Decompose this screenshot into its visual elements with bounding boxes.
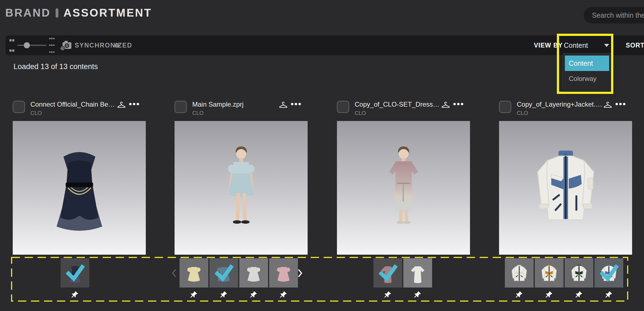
card-header: Main Sample.zprj CLO ••• xyxy=(175,100,308,121)
colorway-thumb-cream[interactable] xyxy=(180,258,208,288)
search-box[interactable] xyxy=(584,7,644,23)
colorway-item xyxy=(565,258,593,299)
pin-icon[interactable] xyxy=(605,291,612,299)
chevron-down-icon xyxy=(604,44,609,47)
snapshot-sync-icon[interactable] xyxy=(60,35,72,55)
colorway-prev-icon[interactable] xyxy=(170,268,178,278)
colorway-item xyxy=(269,258,298,299)
content-card: Connect Official_Chain Belt D... CLO ••• xyxy=(13,100,146,255)
colorway-item xyxy=(594,258,623,299)
colorway-item xyxy=(239,258,268,299)
content-card: Main Sample.zprj CLO ••• xyxy=(175,100,308,255)
page: BRAND ASSORTMENT SYNCHRONIZED xyxy=(0,0,644,311)
colorway-thumb-blue[interactable] xyxy=(594,258,623,288)
more-menu-icon[interactable]: ••• xyxy=(129,99,140,109)
colorway-thumb-white[interactable] xyxy=(403,258,432,288)
grid-size-large-icon[interactable] xyxy=(49,35,54,55)
more-menu-icon[interactable]: ••• xyxy=(615,99,627,109)
selected-check-icon xyxy=(63,261,87,284)
thumbnail-size-slider[interactable] xyxy=(17,35,46,55)
camera-sync-icon xyxy=(60,40,72,51)
content-title: Connect Official_Chain Belt D... xyxy=(30,101,116,108)
colorway-thumb-white[interactable] xyxy=(505,258,534,288)
pin-icon[interactable] xyxy=(220,291,227,299)
colorway-thumb-ochre[interactable] xyxy=(535,258,564,288)
pin-icon[interactable] xyxy=(280,291,287,299)
content-title: Copy_of_CLO-SET_Dress.zprj xyxy=(355,101,440,108)
select-checkbox[interactable] xyxy=(13,101,25,113)
content-card: Copy_of_CLO-SET_Dress.zprj CLO ••• xyxy=(337,100,470,255)
view-by-dropdown[interactable]: Content xyxy=(561,35,614,55)
hanger-icon[interactable] xyxy=(603,102,612,109)
select-checkbox[interactable] xyxy=(337,101,349,113)
content-image[interactable] xyxy=(175,121,308,255)
hanger-icon[interactable] xyxy=(117,102,126,109)
synchronized-label: SYNCHRONIZED xyxy=(75,35,132,55)
loaded-status: Loaded 13 of 13 contents xyxy=(14,62,98,71)
pin-icon[interactable] xyxy=(250,291,257,299)
view-by-label: VIEW BY xyxy=(534,35,563,55)
colorway-item xyxy=(535,258,564,299)
page-title: ASSORTMENT xyxy=(63,7,152,19)
hanger-icon[interactable] xyxy=(441,102,450,109)
selected-check-icon xyxy=(212,261,235,284)
pin-icon[interactable] xyxy=(414,291,421,299)
colorway-next-icon[interactable] xyxy=(297,268,304,278)
info-glyph: ! xyxy=(115,43,119,48)
select-checkbox[interactable] xyxy=(175,101,187,113)
garment-art-short-dress xyxy=(196,141,287,234)
pin-icon[interactable] xyxy=(190,291,198,299)
colorway-item xyxy=(180,258,208,299)
pin-icon[interactable] xyxy=(71,291,79,299)
content-source: CLO xyxy=(192,110,204,116)
pin-icon[interactable] xyxy=(575,291,583,299)
colorway-thumb-dark-green[interactable] xyxy=(565,258,593,288)
colorway-thumb-navy[interactable] xyxy=(61,258,89,288)
card-header: Connect Official_Chain Belt D... CLO ••• xyxy=(13,100,146,121)
garment-art-gown xyxy=(34,141,125,234)
brand-label: BRAND xyxy=(5,7,51,19)
colorway-strip xyxy=(180,258,298,299)
colorway-strip xyxy=(373,258,432,299)
colorway-item xyxy=(403,258,432,299)
slider-knob[interactable] xyxy=(24,42,30,48)
slider-track[interactable] xyxy=(17,45,46,46)
synchronized-info-icon[interactable]: ! xyxy=(115,35,119,55)
colorway-item xyxy=(209,258,238,299)
menu-item-colorway[interactable]: Colorway xyxy=(565,71,609,86)
view-by-value: Content xyxy=(561,41,588,49)
grid-size-small-icon[interactable] xyxy=(9,35,14,55)
garment-art-jacket xyxy=(520,141,611,234)
content-title: Copy_of_Layering+Jacket.zpac xyxy=(517,101,603,108)
selected-check-icon xyxy=(597,261,620,284)
colorway-thumb-pink[interactable] xyxy=(269,258,298,288)
content-card: Copy_of_Layering+Jacket.zpac CLO ••• xyxy=(499,100,632,255)
pin-icon[interactable] xyxy=(384,291,391,299)
colorway-thumb-mauve[interactable] xyxy=(373,258,402,288)
menu-item-content[interactable]: Content xyxy=(565,56,609,71)
view-by-menu: Content Colorway xyxy=(562,53,612,91)
selected-check-icon xyxy=(376,261,399,284)
content-title: Main Sample.zprj xyxy=(192,101,243,108)
content-source: CLO xyxy=(30,110,42,116)
colorway-strip xyxy=(505,258,623,299)
garment-art-long-dress xyxy=(358,141,449,234)
search-input[interactable] xyxy=(592,11,644,19)
content-image[interactable] xyxy=(499,121,632,255)
pin-icon[interactable] xyxy=(546,291,553,299)
hanger-icon[interactable] xyxy=(279,102,288,109)
more-menu-icon[interactable]: ••• xyxy=(453,99,464,109)
content-image[interactable] xyxy=(13,121,146,255)
more-menu-icon[interactable]: ••• xyxy=(291,99,302,109)
colorway-thumb-white[interactable] xyxy=(239,258,268,288)
content-source: CLO xyxy=(355,110,366,116)
select-checkbox[interactable] xyxy=(499,101,511,113)
content-image[interactable] xyxy=(337,121,470,255)
title-separator xyxy=(56,8,58,18)
colorway-thumb-teal-blue[interactable] xyxy=(209,258,238,288)
pin-icon[interactable] xyxy=(516,291,523,299)
card-header: Copy_of_CLO-SET_Dress.zprj CLO ••• xyxy=(337,100,470,121)
card-header: Copy_of_Layering+Jacket.zpac CLO ••• xyxy=(499,100,632,121)
content-source: CLO xyxy=(517,110,528,116)
colorway-item xyxy=(373,258,402,299)
